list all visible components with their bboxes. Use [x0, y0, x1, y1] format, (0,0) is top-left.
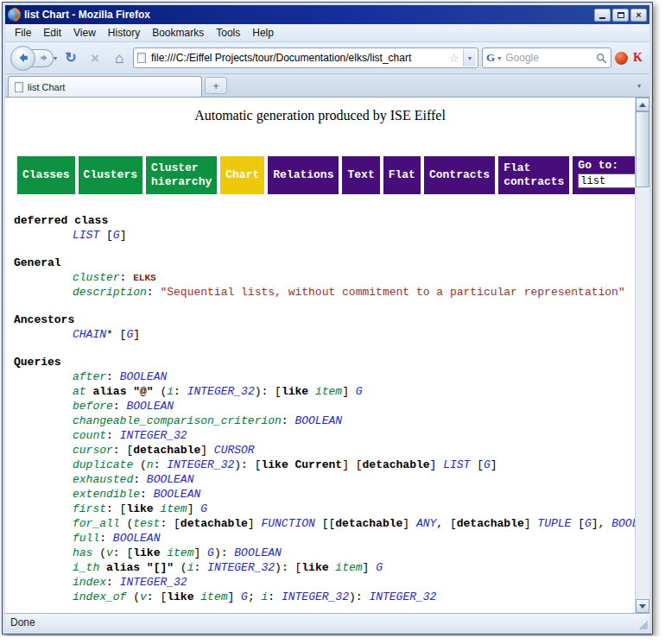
code-token: : [ [113, 444, 133, 457]
code-line: for_all (test: [detachable] FUNCTION [[d… [5, 516, 635, 531]
scroll-up-button[interactable] [636, 98, 649, 111]
stop-button[interactable]: × [85, 47, 105, 68]
class-link[interactable]: INTEGER_32 [369, 590, 436, 603]
code-token: : [193, 561, 207, 574]
nav-button-label: Flat contracts [504, 161, 564, 190]
bookmark-star-icon[interactable]: ☆ [447, 53, 459, 64]
search-engine-dropdown-arrow[interactable]: ▾ [497, 54, 501, 62]
class-link[interactable]: CHAIN [73, 328, 106, 341]
nav-button[interactable]: Flat contracts [498, 156, 569, 194]
class-link[interactable]: G [484, 458, 491, 471]
class-link[interactable]: INTEGER_32 [282, 590, 349, 603]
scrollbar-thumb[interactable] [636, 111, 649, 187]
addon-icon[interactable] [615, 52, 628, 65]
code-token: deferred class [14, 214, 108, 227]
class-link[interactable]: INTEGER_32 [120, 576, 187, 589]
nav-button[interactable]: Text [342, 156, 379, 194]
minimize-button[interactable] [594, 9, 611, 22]
kaspersky-addon-icon[interactable]: K [631, 51, 644, 65]
class-link[interactable]: TUPLE [537, 517, 571, 530]
nav-button[interactable]: Relations [268, 156, 339, 194]
search-magnifier-icon[interactable] [596, 53, 607, 64]
close-button[interactable]: × [630, 9, 647, 22]
home-button[interactable]: ⌂ [109, 47, 130, 68]
new-tab-button[interactable]: + [205, 77, 227, 94]
history-dropdown-arrow[interactable]: ▾ [54, 54, 57, 62]
code-token: : [ [147, 590, 167, 603]
code-line: duplicate (n: INTEGER_32): [like Current… [5, 458, 635, 472]
menu-item[interactable]: Help [246, 24, 280, 41]
resize-grip[interactable] [637, 619, 649, 630]
class-link[interactable]: G [207, 546, 214, 559]
class-link[interactable]: BOOLEAN [154, 488, 201, 501]
class-link[interactable]: INTEGER_32 [120, 429, 187, 442]
code-token: item [315, 385, 342, 398]
code-line: count: INTEGER_32 [5, 428, 635, 443]
code-line: cursor: [detachable] CURSOR [5, 443, 635, 458]
class-link[interactable]: INTEGER_32 [187, 385, 255, 398]
class-link[interactable]: G [585, 517, 592, 530]
class-link[interactable]: BOOLEAN [294, 414, 342, 427]
class-link[interactable]: INTEGER_32 [167, 458, 234, 471]
goto-input[interactable] [578, 174, 635, 188]
back-button[interactable] [10, 46, 35, 71]
class-link[interactable]: CURSOR [214, 444, 255, 457]
code-token [99, 561, 106, 574]
nav-button[interactable]: Classes [17, 156, 75, 194]
title-bar: list Chart - Mozilla Firefox × [5, 5, 649, 24]
code-token: ] [133, 328, 140, 341]
class-link[interactable]: BOOLEAN [113, 532, 161, 545]
class-link[interactable]: LIST [73, 229, 99, 242]
code-token: i_th [73, 561, 99, 574]
class-link[interactable]: BOOLEAN [126, 400, 174, 413]
maximize-button[interactable] [612, 9, 629, 22]
class-link[interactable]: BOOLEAN [120, 370, 168, 383]
url-input[interactable] [149, 51, 444, 65]
menu-item[interactable]: History [102, 24, 146, 41]
code-token: detachable [335, 517, 402, 530]
menu-item[interactable]: Bookmarks [146, 24, 210, 41]
class-link[interactable]: FUNCTION [261, 517, 314, 530]
scroll-down-button[interactable] [636, 599, 649, 613]
class-link[interactable]: G [113, 229, 120, 242]
nav-button[interactable]: Clusters [79, 156, 142, 194]
nav-button[interactable]: Cluster hierarchy [146, 156, 217, 194]
code-token: count [73, 429, 106, 442]
code-token: ], [592, 517, 611, 530]
class-link[interactable]: G [200, 502, 207, 515]
refresh-button[interactable]: ↻ [60, 47, 81, 68]
class-link[interactable]: G [356, 385, 363, 398]
nav-button[interactable]: Flat [383, 156, 421, 194]
class-link[interactable]: INTEGER_32 [207, 561, 275, 574]
menu-item[interactable]: View [67, 24, 102, 41]
code-line: after: BOOLEAN [5, 369, 635, 384]
class-link[interactable]: BOOLEAN [147, 473, 194, 486]
menu-item[interactable]: Edit [37, 24, 67, 41]
search-input[interactable] [504, 51, 593, 65]
menu-item[interactable]: Tools [210, 24, 246, 41]
menu-item[interactable]: File [9, 24, 37, 41]
class-link[interactable]: ANY [416, 517, 436, 530]
class-link[interactable]: G [376, 561, 383, 574]
goto-box: Go to: [573, 156, 635, 194]
class-link[interactable]: BOOLEAN [234, 546, 282, 559]
chevron-down-icon: ▾ [637, 82, 641, 90]
class-link[interactable]: LIST [443, 458, 470, 471]
google-logo-icon[interactable]: G [486, 51, 495, 65]
tab-list-chart[interactable]: list Chart [8, 76, 202, 97]
code-token: ] [248, 517, 262, 530]
nav-button[interactable]: Contracts [424, 156, 495, 194]
code-token: : [99, 532, 113, 545]
code-token: [ [571, 517, 585, 530]
url-dropdown-button[interactable]: ▾ [463, 49, 476, 66]
class-link[interactable]: BOOLEAN [611, 517, 635, 530]
code-token: before [73, 400, 113, 413]
code-token: ] [402, 517, 416, 530]
class-link[interactable]: G [241, 590, 248, 603]
code-token: [ [470, 458, 484, 471]
scrollbar-track[interactable] [636, 111, 649, 599]
vertical-scrollbar [635, 98, 649, 613]
nav-button[interactable]: Chart [220, 156, 264, 194]
window-controls: × [594, 9, 647, 22]
list-all-tabs-button[interactable]: ▾ [631, 77, 647, 94]
